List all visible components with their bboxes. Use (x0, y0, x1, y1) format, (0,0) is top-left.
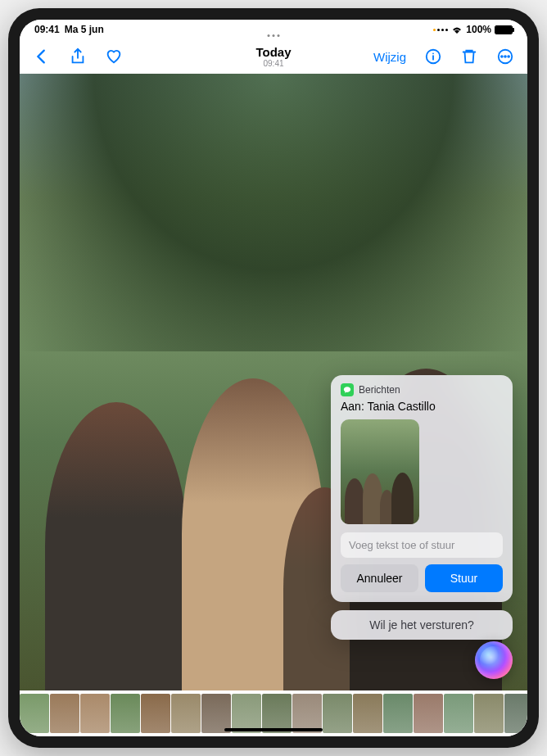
thumbnail-item[interactable] (474, 694, 504, 733)
send-button[interactable]: Stuur (425, 564, 503, 592)
app-name-label: Berichten (359, 384, 400, 396)
home-indicator[interactable] (224, 728, 323, 731)
siri-orb[interactable] (475, 641, 513, 679)
messages-app-icon (341, 383, 354, 396)
info-button[interactable] (424, 48, 442, 66)
edit-button[interactable]: Wijzig (373, 50, 406, 64)
thumbnail-item[interactable] (111, 694, 140, 733)
cellular-signal-icon (433, 29, 448, 31)
status-date: Ma 5 jun (65, 24, 104, 35)
share-button[interactable] (69, 48, 87, 66)
photo-viewer[interactable]: Berichten Aan: Tania Castillo Voeg tekst… (20, 74, 527, 690)
thumbnail-item[interactable] (232, 694, 261, 733)
siri-message-panel: Berichten Aan: Tania Castillo Voeg tekst… (331, 375, 513, 602)
page-title: Today (255, 45, 291, 59)
thumbnail-item[interactable] (383, 694, 413, 733)
thumbnail-item[interactable] (353, 694, 382, 733)
thumbnail-item[interactable] (141, 694, 170, 733)
multitasking-dots[interactable] (268, 34, 280, 37)
battery-icon (495, 25, 513, 34)
ipad-device-frame: 09:41 Ma 5 jun 100% (8, 8, 539, 748)
thumbnail-item[interactable] (20, 694, 49, 733)
message-attachment-preview[interactable] (341, 419, 419, 524)
thumbnail-item[interactable] (292, 694, 322, 733)
thumbnail-item[interactable] (504, 694, 527, 733)
thumbnail-item[interactable] (262, 694, 292, 733)
more-button[interactable] (496, 48, 514, 66)
cancel-button[interactable]: Annuleer (341, 564, 418, 592)
page-subtitle: 09:41 (255, 59, 291, 68)
wifi-icon (451, 25, 463, 34)
favorite-button[interactable] (105, 48, 123, 66)
app-toolbar: Today 09:41 Wijzig (20, 39, 527, 74)
svg-point-4 (508, 56, 509, 57)
recipient-label: Aan: Tania Castillo (341, 400, 503, 413)
thumbnail-item[interactable] (323, 694, 352, 733)
back-button[interactable] (33, 48, 51, 66)
thumbnail-item[interactable] (414, 694, 443, 733)
thumbnail-item[interactable] (171, 694, 201, 733)
status-bar: 09:41 Ma 5 jun 100% (20, 20, 527, 39)
message-text-input[interactable]: Voeg tekst toe of stuur (341, 532, 503, 558)
thumbnail-item[interactable] (50, 694, 79, 733)
siri-prompt-bubble: Wil je het versturen? (331, 610, 513, 640)
battery-percent: 100% (466, 24, 491, 35)
thumbnail-item[interactable] (201, 694, 231, 733)
status-time: 09:41 (34, 24, 60, 35)
thumbnail-item[interactable] (80, 694, 110, 733)
svg-point-3 (504, 56, 506, 57)
svg-point-2 (501, 56, 503, 57)
trash-button[interactable] (460, 48, 478, 66)
thumbnail-item[interactable] (444, 694, 473, 733)
screen: 09:41 Ma 5 jun 100% (20, 20, 527, 736)
